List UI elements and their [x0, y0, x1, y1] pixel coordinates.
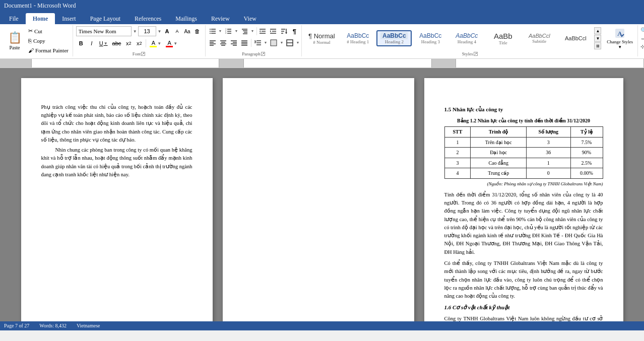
- find-button[interactable]: 🔍 Find ▼: [637, 27, 644, 34]
- gallery-expand[interactable]: ⊞: [594, 42, 601, 49]
- decrease-font-button[interactable]: A: [173, 27, 182, 36]
- style-heading4[interactable]: AaBbCc Heading 4: [449, 30, 484, 46]
- font-name-input[interactable]: [76, 26, 132, 36]
- cut-button[interactable]: ✂ Cut: [26, 27, 71, 35]
- paragraph-group-expand[interactable]: ↗: [261, 52, 265, 56]
- table-cell: Cao đẳng: [471, 158, 527, 168]
- table-cell: 3: [444, 158, 471, 168]
- justify-button[interactable]: [239, 38, 249, 48]
- align-left-button[interactable]: [208, 38, 218, 48]
- font-size-dropdown[interactable]: ▼: [158, 29, 162, 34]
- language: Vietnamese: [77, 323, 100, 328]
- font-name-dropdown[interactable]: ▼: [133, 29, 137, 34]
- numbering-button[interactable]: 123: [223, 26, 233, 36]
- styles-group: ¶ Normal # Normal AaBbCc # Heading 1 AaB…: [302, 25, 638, 56]
- table-cell: 36: [527, 148, 570, 158]
- style-title[interactable]: AaBb Title: [485, 30, 521, 47]
- style-h2-label: Heading 2: [380, 39, 408, 44]
- tab-mailings[interactable]: Mailings: [168, 13, 204, 24]
- tab-view[interactable]: View: [237, 13, 264, 24]
- numbering-dropdown[interactable]: ▼: [234, 29, 238, 33]
- change-case-button[interactable]: Aa: [183, 27, 192, 36]
- page5-para1: Phụ trách công việc thu chi của công ty,…: [41, 103, 192, 144]
- style-default[interactable]: AaBbCcl: [558, 33, 593, 43]
- table-row: 1Trên đại học37.5%: [444, 137, 603, 148]
- style-subtitle[interactable]: AaBbCcl Subtitle: [522, 31, 557, 46]
- font-group-label[interactable]: Font ↗: [133, 51, 146, 56]
- replace-button[interactable]: ↔ Replac e...: [637, 35, 644, 42]
- tab-home[interactable]: Home: [26, 13, 55, 24]
- section2-title: 1.6 Cơ sở vật chất kỹ thuật: [444, 303, 603, 312]
- border-button[interactable]: [285, 38, 295, 48]
- tab-insert[interactable]: Insert: [55, 13, 83, 24]
- change-styles-button[interactable]: A Change Styles ▼: [604, 26, 635, 51]
- font-size-input[interactable]: [138, 26, 156, 36]
- shading-button[interactable]: [269, 38, 279, 48]
- svg-point-4: [210, 31, 211, 32]
- line-spacing-button[interactable]: [253, 38, 263, 48]
- copy-button[interactable]: ⎘ Copy: [26, 37, 71, 44]
- multilevel-dropdown[interactable]: ▼: [250, 29, 254, 33]
- style-h2-preview: AaBbCc: [380, 32, 408, 39]
- paragraph-group-label[interactable]: Paragraph ↗: [242, 51, 265, 56]
- sort-button[interactable]: [279, 26, 289, 36]
- style-normal[interactable]: ¶ Normal # Normal: [304, 30, 339, 47]
- align-right-button[interactable]: [229, 38, 239, 48]
- style-heading2[interactable]: AaBbCc Heading 2: [376, 30, 412, 46]
- tab-references[interactable]: References: [127, 13, 168, 24]
- style-h3-label: Heading 3: [417, 39, 444, 44]
- increase-indent-button[interactable]: [268, 26, 278, 36]
- page-5[interactable]: Phụ trách công việc thu chi của công ty,…: [21, 78, 213, 321]
- text-highlight-button[interactable]: A ▼: [148, 38, 163, 48]
- strikethrough-button[interactable]: abc: [110, 38, 123, 48]
- svg-marker-19: [260, 30, 261, 32]
- decrease-indent-button[interactable]: [257, 26, 268, 36]
- cut-icon: ✂: [28, 28, 33, 34]
- tab-file[interactable]: File: [2, 13, 26, 24]
- style-h1-label: # Heading 1: [344, 39, 371, 44]
- align-center-button[interactable]: [218, 38, 228, 48]
- bullets-dropdown[interactable]: ▼: [219, 29, 222, 33]
- table-cell: 3: [527, 137, 570, 148]
- tab-page-layout[interactable]: Page Layout: [83, 13, 127, 24]
- col-so-luong: Số lượng: [527, 127, 570, 138]
- gallery-scroll-up[interactable]: ▲: [594, 27, 601, 34]
- line-spacing-dropdown[interactable]: ▼: [264, 41, 268, 45]
- page-6[interactable]: 6: [223, 78, 414, 321]
- table-cell: Đại học: [471, 148, 527, 158]
- page-7[interactable]: 1.5 Nhân lực của công ty Bảng 1.2 Nhân l…: [424, 78, 623, 321]
- italic-button[interactable]: I: [87, 38, 97, 48]
- paragraph-group: ▼ 123 ▼ ▼: [206, 25, 302, 56]
- clear-format-button[interactable]: 🗑: [193, 27, 202, 36]
- style-heading3[interactable]: AaBbCc Heading 3: [413, 30, 448, 46]
- change-styles-label: Change Styles: [607, 40, 633, 45]
- multilevel-button[interactable]: [239, 26, 249, 36]
- svg-point-5: [210, 33, 211, 34]
- word-count: Words: 8,432: [39, 323, 67, 328]
- paste-button[interactable]: 📋 Paste: [4, 26, 25, 55]
- copy-icon: ⎘: [28, 38, 32, 44]
- bullets-button[interactable]: [208, 26, 218, 36]
- font-group-expand[interactable]: ↗: [141, 52, 145, 56]
- show-paragraph-button[interactable]: ¶: [289, 26, 299, 36]
- subscript-button[interactable]: x2: [123, 38, 134, 48]
- table-row: 3Cao đẳng12.5%: [444, 158, 603, 168]
- styles-group-label[interactable]: Styles ↗: [462, 51, 478, 56]
- border-dropdown[interactable]: ▼: [296, 41, 299, 45]
- tab-review[interactable]: Review: [204, 13, 237, 24]
- font-color-button[interactable]: A ▼: [164, 38, 179, 48]
- underline-button[interactable]: U▼: [97, 38, 110, 48]
- table-cell: 7.5%: [570, 137, 603, 148]
- format-painter-button[interactable]: 🖌 Format Painter: [26, 47, 71, 54]
- increase-font-button[interactable]: A: [163, 27, 172, 36]
- shading-dropdown[interactable]: ▼: [280, 41, 283, 45]
- svg-rect-49: [271, 40, 277, 46]
- bold-button[interactable]: B: [76, 38, 86, 48]
- select-button[interactable]: ⊹ Select ▼: [637, 43, 644, 50]
- clipboard-group: 📋 Paste ✂ Cut ⎘ Copy 🖌 Format Painter: [2, 25, 73, 56]
- font-group: ▼ ▼ A A Aa 🗑 B I U▼ abc x2 x2: [73, 25, 206, 56]
- style-heading1[interactable]: AaBbCc # Heading 1: [340, 30, 375, 46]
- styles-group-expand[interactable]: ↗: [474, 52, 478, 56]
- gallery-scroll-down[interactable]: ▼: [594, 35, 601, 42]
- superscript-button[interactable]: x2: [134, 38, 144, 48]
